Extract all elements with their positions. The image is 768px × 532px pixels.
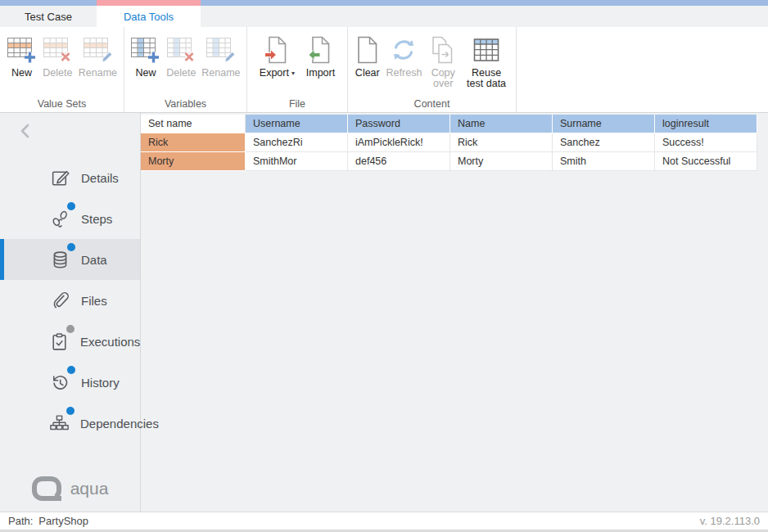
cell-username[interactable]: SanchezRi xyxy=(246,133,348,152)
group-label: Content xyxy=(348,98,516,110)
cell-surname[interactable]: Sanchez xyxy=(553,133,655,152)
cell-name[interactable]: Rick xyxy=(450,133,553,152)
data-grid-area: Set name Username Password Name Surname … xyxy=(141,113,768,512)
cell-password[interactable]: def456 xyxy=(348,152,450,171)
tab-data-tools[interactable]: Data Tools xyxy=(97,6,201,27)
path-label: Path: xyxy=(8,515,33,527)
copy-over-button: Copy over xyxy=(427,34,459,89)
ribbon-tab-strip: Test Case Data Tools xyxy=(0,6,768,27)
group-label: Variables xyxy=(124,98,246,110)
group-label: Value Sets xyxy=(0,98,124,110)
variable-rename-button: Rename xyxy=(201,34,241,79)
variable-new-button[interactable]: New xyxy=(129,34,161,79)
main-area: Details Steps xyxy=(0,113,768,512)
value-set-rename-button: Rename xyxy=(78,34,118,79)
sidebar-item-label: History xyxy=(81,376,120,390)
button-label: Import xyxy=(306,68,335,79)
collapse-sidebar-button[interactable] xyxy=(18,123,34,139)
refresh-button: Refresh xyxy=(386,34,423,79)
button-label: Clear xyxy=(355,68,380,79)
column-header-password: Password xyxy=(348,115,450,133)
group-value-sets: New Delete xyxy=(0,27,124,112)
sidebar-item-label: Data xyxy=(81,253,107,267)
button-label: New xyxy=(11,68,32,79)
sidebar-item-history[interactable]: History xyxy=(0,362,140,403)
aqua-logo: aqua xyxy=(0,476,140,502)
column-header-surname: Surname xyxy=(553,115,655,133)
notification-badge xyxy=(67,202,75,210)
dropdown-caret-icon: ▾ xyxy=(291,70,295,77)
cell-loginresult[interactable]: Not Successful xyxy=(655,152,757,171)
table-header-row: Set name Username Password Name Surname … xyxy=(141,115,757,133)
sidebar-item-label: Dependencies xyxy=(80,417,159,431)
edit-icon xyxy=(49,167,70,188)
accent-strip xyxy=(0,0,768,6)
sidebar-item-files[interactable]: Files xyxy=(0,280,140,321)
column-header-loginresult: loginresult xyxy=(655,115,757,133)
cell-set-name[interactable]: Rick xyxy=(141,133,246,152)
sidebar-item-label: Files xyxy=(81,294,107,308)
cell-name[interactable]: Morty xyxy=(450,152,553,171)
sidebar-item-steps[interactable]: Steps xyxy=(0,198,140,239)
column-header-name: Name xyxy=(450,115,553,133)
paperclip-icon xyxy=(49,290,70,311)
cell-surname[interactable]: Smith xyxy=(553,152,655,171)
sidebar-item-details[interactable]: Details xyxy=(0,157,140,198)
version-text: v. 19.2.113.0 xyxy=(700,515,760,527)
tab-test-case[interactable]: Test Case xyxy=(0,6,97,27)
column-add-icon xyxy=(130,34,160,65)
value-set-new-button[interactable]: New xyxy=(6,34,38,79)
sidebar-item-dependencies[interactable]: Dependencies xyxy=(0,403,140,444)
table-delete-icon xyxy=(43,34,73,65)
notification-badge xyxy=(66,325,75,333)
export-button[interactable]: Export▾ xyxy=(259,34,296,79)
table-rename-icon xyxy=(83,34,113,65)
cell-password[interactable]: iAmPickleRick! xyxy=(348,133,450,152)
history-clock-icon xyxy=(49,372,70,393)
button-label: Rename xyxy=(79,68,117,79)
notification-badge xyxy=(67,366,75,374)
notification-badge xyxy=(66,407,75,415)
group-variables: New Delete xyxy=(124,27,247,112)
ribbon: New Delete xyxy=(0,27,768,113)
path-value: PartyShop xyxy=(38,515,88,527)
import-button[interactable]: Import xyxy=(305,34,336,79)
column-header-username: Username xyxy=(246,115,348,133)
column-delete-icon xyxy=(166,34,197,65)
table-add-icon xyxy=(7,34,37,65)
sidebar-item-label: Executions xyxy=(80,335,140,349)
blank-page-icon xyxy=(356,34,379,65)
group-label: File xyxy=(247,98,347,110)
sidebar-item-executions[interactable]: Executions xyxy=(0,321,140,362)
cell-loginresult[interactable]: Success! xyxy=(655,133,757,152)
button-label: New xyxy=(135,68,156,79)
button-label: Rename xyxy=(201,68,240,79)
button-label: Refresh xyxy=(386,68,422,79)
cell-set-name[interactable]: Morty xyxy=(141,152,246,171)
table-row: Rick SanchezRi iAmPickleRick! Rick Sanch… xyxy=(141,133,757,152)
database-icon xyxy=(49,249,70,270)
clear-button[interactable]: Clear xyxy=(355,34,381,79)
button-label: Delete xyxy=(43,68,72,79)
table-row: Morty SmithMor def456 Morty Smith Not Su… xyxy=(141,152,757,171)
sidebar-item-data[interactable]: Data xyxy=(0,239,140,280)
column-header-set-name: Set name xyxy=(141,115,246,133)
sidebar: Details Steps xyxy=(0,113,141,512)
aqua-logo-text: aqua xyxy=(70,479,109,498)
footprints-icon xyxy=(49,208,70,229)
copy-pages-icon xyxy=(431,34,455,65)
variable-delete-button: Delete xyxy=(165,34,197,79)
value-set-delete-button: Delete xyxy=(42,34,74,79)
hierarchy-icon xyxy=(49,413,70,434)
sidebar-nav: Details Steps xyxy=(0,157,140,444)
button-label: Copy over xyxy=(428,68,458,89)
button-label: Reuse test data xyxy=(464,68,508,89)
reuse-test-data-button[interactable]: Reuse test data xyxy=(463,34,509,89)
clipboard-check-icon xyxy=(49,331,70,352)
value-set-table: Set name Username Password Name Surname … xyxy=(141,115,757,171)
group-file: Export▾ Import File xyxy=(247,27,348,112)
sidebar-item-label: Steps xyxy=(81,212,112,226)
column-rename-icon xyxy=(206,34,236,65)
cell-username[interactable]: SmithMor xyxy=(246,152,348,171)
button-label: Export▾ xyxy=(260,68,295,79)
